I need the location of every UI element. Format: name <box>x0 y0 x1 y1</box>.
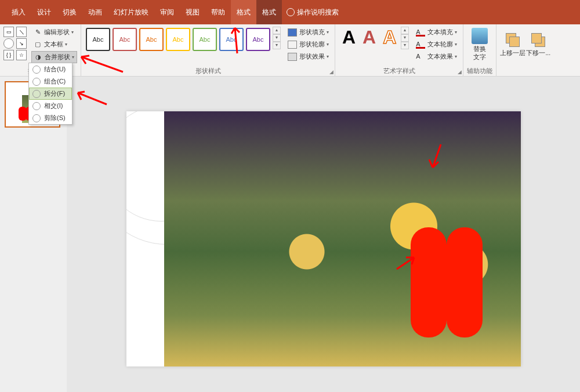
alt-text-label1: 替换 <box>473 45 486 53</box>
send-backward-icon <box>530 32 546 48</box>
wordart-launcher[interactable]: ◢ <box>458 69 462 75</box>
tab-animation[interactable]: 动画 <box>82 0 108 24</box>
wordart-gallery[interactable]: AAA <box>339 27 400 48</box>
merge-subtract[interactable]: 剪除(S) <box>29 112 72 124</box>
chevron-down-icon: ▾ <box>455 30 457 35</box>
red-rounded-rectangle-1[interactable] <box>411 227 447 337</box>
text-effects-label: 文本效果 <box>427 52 453 61</box>
text-outline-button[interactable]: A 文本轮廓 ▾ <box>414 39 459 50</box>
tab-format-picture[interactable]: 格式 <box>256 0 282 24</box>
shape-styles-launcher[interactable]: ◢ <box>329 69 334 75</box>
tab-review[interactable]: 审阅 <box>154 0 180 24</box>
shapes-mini-gallery2[interactable]: ＼ ↘ ☆ <box>16 27 27 60</box>
chevron-down-icon: ▾ <box>65 42 67 47</box>
chevron-down-icon: ▾ <box>327 42 329 47</box>
wordart-expand[interactable]: ▾ <box>401 42 409 49</box>
shape-oval-icon[interactable] <box>3 38 14 49</box>
shape-fill-button[interactable]: 形状填充 ▾ <box>285 27 331 38</box>
wordart-scroll-down[interactable]: ▾ <box>401 34 409 42</box>
slide[interactable] <box>126 111 521 366</box>
annotation-arrow <box>229 23 246 57</box>
merge-fragment-label: 拆分(F) <box>44 89 65 98</box>
wordart-preset[interactable]: A <box>342 27 356 48</box>
annotation-arrow <box>74 89 109 109</box>
shape-arrow-icon[interactable]: ↘ <box>16 38 27 49</box>
shape-style-preset[interactable]: Abc <box>166 28 190 51</box>
text-effects-button[interactable]: A 文本效果 ▾ <box>414 51 459 62</box>
group-label-wordart: 艺术字样式 <box>339 67 459 75</box>
tab-view[interactable]: 视图 <box>180 0 205 24</box>
text-fill-label: 文本填充 <box>427 28 453 37</box>
text-fill-button[interactable]: A 文本填充 ▾ <box>414 27 459 38</box>
wordart-scroll-up[interactable]: ▴ <box>401 27 409 34</box>
shape-style-preset[interactable]: Abc <box>86 28 110 51</box>
merge-union[interactable]: 结合(U) <box>29 63 72 75</box>
shape-rectangle-icon[interactable]: ▭ <box>3 27 14 37</box>
chevron-down-icon: ▾ <box>72 55 74 60</box>
tab-design[interactable]: 设计 <box>31 0 57 24</box>
gallery-scroll-down[interactable]: ▾ <box>273 34 281 42</box>
slide-canvas-area[interactable] <box>67 77 580 392</box>
gallery-scroll-buttons: ▴ ▾ ▾ <box>273 27 281 49</box>
alt-text-button[interactable]: 替换 文字 <box>467 27 492 63</box>
bring-forward-button[interactable]: 上移一层 <box>500 27 525 63</box>
merge-shapes-dropdown: 结合(U) 组合(C) 拆分(F) 相交(I) 剪除(S) <box>28 63 72 125</box>
selected-shapes[interactable] <box>411 227 483 337</box>
text-box-icon: ▢ <box>34 41 42 49</box>
gallery-expand[interactable]: ▾ <box>273 42 281 49</box>
merge-combine-label: 组合(C) <box>44 77 66 86</box>
lightbulb-icon <box>287 8 295 16</box>
merge-fragment[interactable]: 拆分(F) <box>29 88 72 100</box>
workspace <box>0 77 580 392</box>
shape-outline-label: 形状轮廓 <box>299 40 325 49</box>
shape-outline-button[interactable]: 形状轮廓 ▾ <box>285 39 331 50</box>
tab-transition[interactable]: 切换 <box>57 0 82 24</box>
red-rounded-rectangle-2[interactable] <box>447 227 483 337</box>
shapes-mini-gallery[interactable]: ▭ { } <box>3 27 14 60</box>
effects-icon <box>288 53 297 61</box>
edit-shape-button[interactable]: ✎ 编辑形状 ▾ <box>31 27 77 38</box>
group-wordart-styles: AAA ▴ ▾ ▾ A 文本填充 ▾ A 文本轮廓 ▾ A <box>335 24 463 76</box>
tell-me-search[interactable]: 操作说明搜索 <box>287 8 339 17</box>
wordart-preset[interactable]: A <box>383 27 396 48</box>
shape-effects-label: 形状效果 <box>299 52 325 61</box>
text-box-button[interactable]: ▢ 文本框 ▾ <box>31 39 77 50</box>
shape-effects-button[interactable]: 形状效果 ▾ <box>285 51 331 62</box>
chevron-down-icon: ▾ <box>455 42 457 47</box>
shape-line-icon[interactable]: ＼ <box>16 27 27 37</box>
merge-combine[interactable]: 组合(C) <box>29 75 72 88</box>
alt-text-icon <box>472 28 488 44</box>
merge-intersect[interactable]: 相交(I) <box>29 100 72 112</box>
shape-star-icon[interactable]: ☆ <box>16 50 27 60</box>
shape-fill-label: 形状填充 <box>299 28 325 37</box>
merge-shapes-button[interactable]: ◑ 合并形状 ▾ <box>31 51 77 63</box>
annotation-arrow <box>78 51 124 77</box>
merge-shapes-icon: ◑ <box>34 53 42 61</box>
bucket-icon <box>288 28 297 37</box>
intersect-icon <box>32 102 41 110</box>
shape-style-preset[interactable]: Abc <box>246 28 270 51</box>
shape-style-preset[interactable]: Abc <box>113 28 137 51</box>
shape-brace-icon[interactable]: { } <box>3 50 14 60</box>
text-fill-icon: A <box>416 28 425 37</box>
tab-help[interactable]: 帮助 <box>205 0 231 24</box>
send-backward-button[interactable]: 下移一... <box>525 27 551 63</box>
wordart-scroll-buttons: ▴ ▾ ▾ <box>401 27 409 49</box>
merge-union-label: 结合(U) <box>44 65 66 74</box>
tab-format-drawing[interactable]: 格式 <box>231 0 256 24</box>
group-accessibility: 替换 文字 辅助功能 <box>463 24 496 76</box>
text-box-label: 文本框 <box>44 40 63 49</box>
wordart-preset[interactable]: A <box>362 27 376 48</box>
text-outline-label: 文本轮廓 <box>427 40 453 49</box>
group-arrange: 上移一层 下移一... <box>496 24 554 76</box>
tab-slideshow[interactable]: 幻灯片放映 <box>108 0 154 24</box>
bring-forward-icon <box>505 32 521 48</box>
chevron-down-icon: ▾ <box>71 30 74 35</box>
shape-style-preset[interactable]: Abc <box>139 28 164 51</box>
shape-style-preset[interactable]: Abc <box>193 28 217 51</box>
edit-shape-label: 编辑形状 <box>44 28 70 37</box>
tab-insert[interactable]: 插入 <box>6 0 31 24</box>
pen-icon <box>288 41 297 49</box>
gallery-scroll-up[interactable]: ▴ <box>273 27 281 34</box>
group-label-accessibility: 辅助功能 <box>467 67 492 75</box>
